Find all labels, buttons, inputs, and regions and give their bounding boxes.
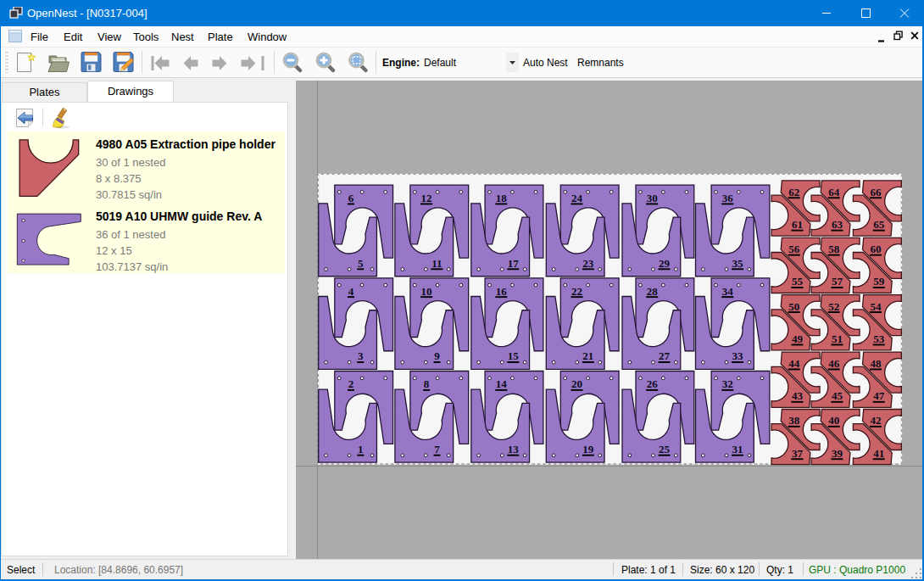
svg-text:2: 2 bbox=[348, 377, 354, 390]
svg-text:11: 11 bbox=[431, 257, 442, 270]
svg-text:40: 40 bbox=[828, 414, 839, 427]
svg-text:6: 6 bbox=[348, 192, 354, 204]
svg-text:39: 39 bbox=[832, 447, 843, 460]
svg-text:27: 27 bbox=[659, 349, 671, 362]
svg-text:15: 15 bbox=[508, 349, 520, 362]
svg-text:3: 3 bbox=[358, 349, 364, 362]
svg-text:14: 14 bbox=[496, 377, 508, 390]
svg-text:16: 16 bbox=[496, 285, 508, 298]
svg-text:21: 21 bbox=[582, 349, 593, 362]
svg-text:41: 41 bbox=[873, 447, 884, 460]
svg-text:24: 24 bbox=[571, 192, 583, 204]
svg-text:66: 66 bbox=[871, 186, 882, 198]
svg-text:62: 62 bbox=[788, 186, 799, 198]
svg-text:22: 22 bbox=[571, 285, 582, 298]
svg-text:20: 20 bbox=[571, 377, 582, 390]
svg-text:36: 36 bbox=[722, 192, 734, 204]
svg-text:33: 33 bbox=[732, 349, 744, 362]
svg-text:12: 12 bbox=[421, 192, 432, 204]
svg-text:17: 17 bbox=[508, 257, 520, 270]
svg-text:31: 31 bbox=[732, 443, 743, 455]
svg-text:63: 63 bbox=[832, 218, 843, 231]
svg-text:9: 9 bbox=[434, 349, 440, 362]
svg-text:5: 5 bbox=[358, 257, 364, 270]
svg-text:57: 57 bbox=[832, 275, 843, 288]
svg-text:58: 58 bbox=[828, 243, 840, 255]
svg-text:18: 18 bbox=[496, 192, 508, 204]
svg-text:42: 42 bbox=[871, 414, 882, 427]
svg-text:23: 23 bbox=[582, 257, 594, 270]
svg-text:26: 26 bbox=[647, 377, 659, 390]
svg-text:46: 46 bbox=[828, 357, 840, 370]
svg-text:65: 65 bbox=[873, 218, 885, 231]
svg-text:59: 59 bbox=[873, 275, 885, 288]
svg-text:38: 38 bbox=[788, 414, 800, 427]
svg-text:43: 43 bbox=[792, 389, 804, 402]
svg-text:37: 37 bbox=[792, 447, 804, 460]
svg-text:35: 35 bbox=[732, 257, 744, 270]
svg-text:47: 47 bbox=[873, 389, 885, 402]
svg-text:7: 7 bbox=[434, 443, 440, 455]
svg-text:53: 53 bbox=[873, 332, 885, 345]
svg-text:1: 1 bbox=[358, 443, 364, 455]
svg-text:44: 44 bbox=[788, 357, 800, 370]
svg-text:52: 52 bbox=[828, 300, 839, 313]
svg-text:45: 45 bbox=[832, 389, 843, 402]
svg-text:34: 34 bbox=[722, 285, 734, 298]
svg-text:32: 32 bbox=[722, 377, 733, 390]
svg-text:28: 28 bbox=[647, 285, 659, 298]
svg-text:50: 50 bbox=[788, 300, 799, 313]
svg-text:51: 51 bbox=[832, 332, 843, 345]
svg-text:29: 29 bbox=[659, 257, 671, 270]
svg-text:54: 54 bbox=[871, 300, 882, 313]
svg-text:25: 25 bbox=[659, 443, 671, 455]
svg-text:4: 4 bbox=[348, 285, 354, 298]
svg-text:49: 49 bbox=[792, 332, 804, 345]
svg-text:13: 13 bbox=[508, 443, 520, 455]
svg-text:64: 64 bbox=[828, 186, 840, 198]
svg-text:8: 8 bbox=[424, 377, 430, 390]
svg-text:61: 61 bbox=[792, 218, 803, 231]
svg-text:19: 19 bbox=[582, 443, 594, 455]
svg-text:60: 60 bbox=[871, 243, 882, 255]
svg-text:30: 30 bbox=[647, 192, 658, 204]
svg-text:48: 48 bbox=[871, 357, 882, 370]
svg-text:10: 10 bbox=[421, 285, 432, 298]
svg-text:56: 56 bbox=[788, 243, 800, 255]
svg-text:55: 55 bbox=[792, 275, 804, 288]
